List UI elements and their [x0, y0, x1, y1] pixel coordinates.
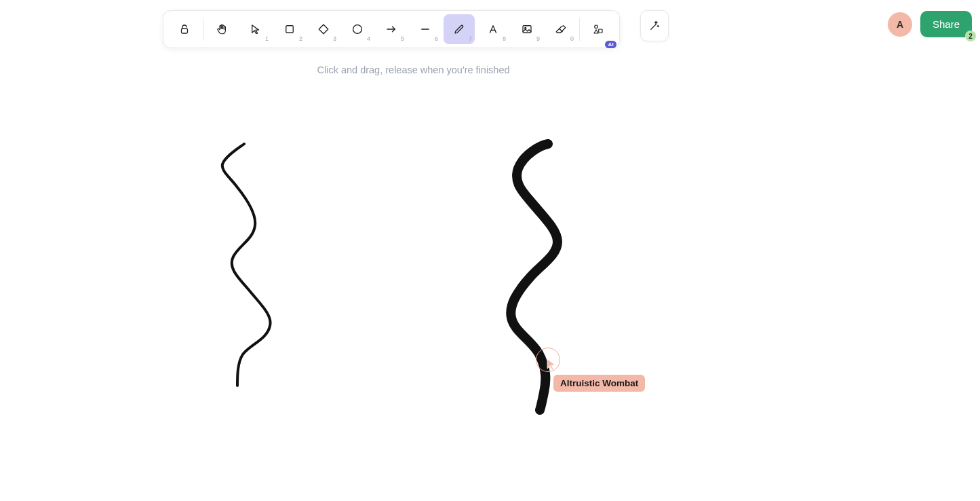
toolbar-separator: [203, 18, 203, 41]
pencil-icon: [453, 23, 465, 35]
collaborator-cursor-ring: [536, 348, 560, 372]
tool-shortcut: 2: [299, 35, 302, 42]
magic-wand-icon: [648, 20, 661, 32]
ellipse-tool[interactable]: 4: [342, 14, 373, 44]
line-icon: [419, 23, 431, 35]
arrow-tool[interactable]: 5: [376, 14, 407, 44]
stroke-left: [222, 144, 271, 386]
toolbar-separator: [579, 18, 580, 41]
svg-point-2: [353, 25, 362, 34]
tool-shortcut: 1: [265, 35, 269, 42]
shapes-icon: [592, 23, 604, 35]
header-right: A Share 2: [888, 11, 972, 37]
share-label: Share: [933, 18, 960, 30]
tool-shortcut: 3: [333, 35, 336, 42]
rectangle-tool[interactable]: 2: [274, 14, 305, 44]
rect-icon: [283, 23, 296, 35]
pointer-icon: [250, 23, 262, 35]
diamond-tool[interactable]: 3: [308, 14, 339, 44]
lock-tool[interactable]: [169, 14, 200, 44]
text-tool[interactable]: 8: [477, 14, 509, 44]
avatar-initial: A: [897, 19, 903, 30]
user-avatar[interactable]: A: [888, 12, 912, 37]
eraser-icon: [555, 23, 567, 35]
tool-shortcut: 9: [536, 35, 540, 42]
select-tool[interactable]: 1: [240, 14, 271, 44]
diamond-icon: [317, 23, 330, 35]
collaborator-name-label: Altruistic Wombat: [553, 375, 645, 392]
svg-point-5: [595, 25, 598, 29]
line-tool[interactable]: 6: [410, 14, 441, 44]
magic-wand-button[interactable]: [640, 10, 669, 41]
share-button[interactable]: Share 2: [920, 11, 972, 37]
ai-badge: AI: [605, 41, 616, 48]
circle-icon: [351, 23, 364, 35]
toolbar: 1234567890AI: [163, 10, 620, 48]
lock-icon: [178, 23, 191, 35]
tool-shortcut: 7: [469, 35, 472, 42]
eraser-tool[interactable]: 0: [545, 14, 576, 44]
share-count-badge: 2: [965, 31, 976, 41]
collaborator-cursor-icon: [547, 358, 556, 371]
svg-point-4: [525, 27, 526, 29]
tool-shortcut: 5: [401, 35, 404, 42]
hand-icon: [216, 23, 228, 35]
hand-tool[interactable]: [206, 14, 237, 44]
canvas-hint: Click and drag, release when you're fini…: [317, 64, 510, 75]
tool-shortcut: 8: [503, 35, 506, 42]
draw-tool[interactable]: 7: [444, 14, 475, 44]
arrow-icon: [385, 23, 397, 35]
tool-shortcut: 4: [367, 35, 370, 42]
text-icon: [487, 23, 499, 35]
svg-rect-3: [523, 26, 531, 33]
svg-rect-0: [182, 29, 188, 33]
shapes-tool[interactable]: AI: [583, 14, 614, 44]
svg-rect-6: [599, 29, 602, 33]
tool-shortcut: 6: [435, 35, 438, 42]
image-tool[interactable]: 9: [511, 14, 543, 44]
image-icon: [521, 23, 533, 35]
stroke-right: [511, 144, 557, 410]
tool-shortcut: 0: [570, 35, 574, 42]
svg-rect-1: [286, 26, 294, 33]
